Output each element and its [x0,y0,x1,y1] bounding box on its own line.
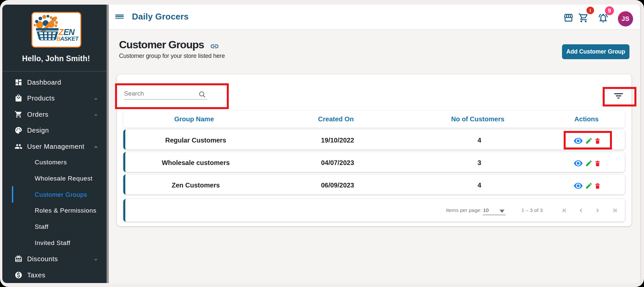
svg-text:ASKET: ASKET [60,36,79,42]
svg-text:EN: EN [63,27,75,37]
